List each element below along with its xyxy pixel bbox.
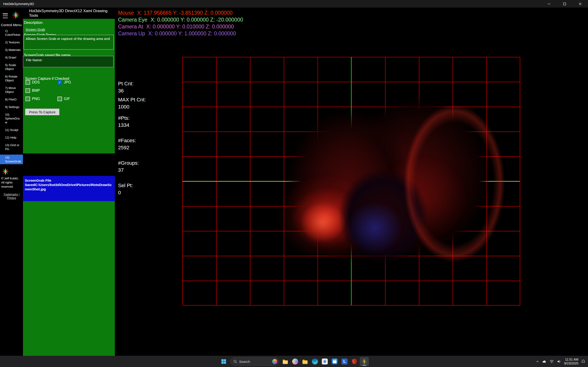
checkbox-box[interactable] — [26, 88, 30, 93]
clock-time: 11:51 AM — [564, 358, 578, 361]
sidebar-item-rotate-object[interactable]: 6) Rotate Object — [0, 75, 23, 82]
viewport-grid — [182, 57, 520, 306]
control-menu-label: Control Menu — [1, 23, 22, 27]
sidebar-item-help[interactable]: 12) Help — [0, 135, 23, 140]
stat-value: 1000 — [118, 103, 146, 110]
chevron-up-icon[interactable] — [536, 360, 539, 363]
sidebar-item-screengrab[interactable]: 14) ScreenGrab — [0, 155, 23, 164]
panel-header-title: Hot3dxSymmetry3D DirectX12 Xaml Drawing … — [23, 8, 115, 19]
start-button[interactable] — [219, 357, 228, 366]
grid-highlight-segment — [418, 107, 419, 120]
sidebar-item-spheredraw[interactable]: 10) SphereDraw — [0, 113, 23, 124]
privacy-link[interactable]: Privacy — [7, 196, 16, 200]
tool-panel: Hot3dxSymmetry3D DirectX12 Xaml Drawing … — [23, 8, 115, 356]
checkbox-box[interactable] — [26, 97, 30, 101]
panel-green-filler — [23, 201, 115, 356]
footer-links: Trademarks | Privacy — [0, 193, 23, 200]
sidebar-item-sculpt[interactable]: 11) Sculpt — [0, 128, 23, 132]
checkbox-label: JPG — [64, 80, 71, 84]
checkbox-box[interactable] — [26, 80, 30, 85]
security-shield-icon[interactable] — [350, 357, 359, 366]
stat-label: Pt Cnt: — [118, 80, 146, 87]
folder-icon[interactable] — [300, 357, 310, 366]
photos-app-icon[interactable] — [320, 357, 329, 366]
taskbar: Search L — [0, 356, 588, 367]
file-name-input[interactable]: File Name: — [23, 56, 113, 67]
taskbar-center: Search L — [219, 356, 369, 367]
readout-camera-eye: Camera EyeX: 0.000000 Y: 0.000000 Z: -20… — [118, 16, 243, 23]
sidebar-item-materials[interactable]: 3) Materials — [0, 48, 23, 52]
checkbox-label: DDS — [32, 80, 40, 84]
sidebar-item-fileio[interactable]: 8) FileIO — [0, 98, 23, 101]
checkbox-box[interactable] — [57, 97, 62, 101]
sidebar-item-textures[interactable]: 2) Textures — [0, 40, 23, 44]
taskbar-clock[interactable]: 11:51 AM 9/23/2025 — [564, 358, 578, 365]
windows-logo-icon — [221, 359, 226, 364]
hot3dx-app-icon[interactable] — [360, 357, 369, 366]
screengrab-status-text: ScreenGrab File SavedC:\Users\hot3d\OneD… — [23, 176, 115, 201]
press-to-capture-button[interactable]: Press To Capture — [25, 108, 60, 115]
readout-label: Camera Up — [118, 31, 145, 36]
model-stats: Pt Cnt:36MAX Pt Cnt:1000#Pts:1334#Faces:… — [118, 80, 146, 204]
search-highlights-icon — [272, 359, 277, 364]
stat-value: 36 — [118, 87, 146, 94]
app-logo-icon — [11, 11, 20, 20]
checkbox-checked-icon[interactable]: ✓ — [57, 80, 62, 85]
readout-values: X: 0.000000 Y: 0.000000 Z: -20.000000 — [151, 17, 243, 23]
l-app-icon[interactable]: L — [340, 357, 349, 366]
sidebar-item-settings[interactable]: 9) Settings — [0, 105, 23, 109]
description-label: Description: — [24, 21, 43, 25]
checkbox-dds[interactable]: DDS — [26, 80, 57, 85]
hamburger-menu-icon[interactable] — [3, 14, 8, 18]
wifi-icon[interactable] — [549, 360, 554, 363]
search-placeholder: Search — [239, 360, 250, 364]
links-separator: | — [19, 193, 19, 196]
stat-value: 1334 — [118, 122, 146, 129]
checkbox-bmp[interactable]: BMP — [26, 88, 57, 93]
trademarks-link[interactable]: Trademarks — [3, 193, 18, 196]
volume-icon[interactable] — [557, 360, 561, 363]
checkbox-png[interactable]: PNG — [26, 97, 57, 101]
titlebar: Hot3dxSymmetry3D — [0, 0, 588, 8]
notification-bell-icon[interactable] — [581, 359, 585, 364]
store-icon[interactable] — [330, 357, 339, 366]
taskbar-search-box[interactable]: Search — [230, 357, 279, 366]
stat-value: 2592 — [118, 144, 146, 151]
file-explorer-icon[interactable] — [281, 357, 290, 366]
sidebar-item-draw[interactable]: 4) Draw! — [0, 56, 23, 59]
topics-textbox[interactable]: Allows Screen Grab or capture of the dra… — [24, 35, 114, 50]
drawing-viewport[interactable]: MouseX: 137.956665 Y: -3.851390 Z: 0.000… — [115, 8, 588, 356]
sidebar-item-colorpicker[interactable]: 1) ColorPicker — [0, 29, 23, 37]
edge-icon[interactable] — [310, 357, 320, 366]
sidebar-item-move-object[interactable]: 7) Move Object — [0, 86, 23, 94]
maximize-button[interactable] — [557, 0, 572, 8]
checkbox-gif[interactable]: GIF — [57, 97, 90, 101]
sidebar-item-scale-object[interactable]: 5) Scale Object — [0, 63, 23, 71]
minimize-button[interactable] — [541, 0, 557, 8]
stat-label: #Groups: — [118, 159, 146, 167]
app-window: Hot3dxSymmetry3D Control Menu — [0, 0, 588, 367]
x-axis-line — [182, 181, 520, 182]
screen-grab-link[interactable]: Screen Grab — [26, 27, 45, 31]
maximize-icon — [563, 2, 566, 6]
stat-max-pt-cnt: MAX Pt Cnt:1000 — [118, 96, 146, 110]
stat-label: #Faces: — [118, 137, 146, 144]
checkbox-spacer — [57, 88, 90, 93]
stat-sel-pt: Sel Pt:0 — [118, 182, 146, 196]
checkbox-jpg[interactable]: ✓JPG — [57, 80, 90, 85]
readout-mouse: MouseX: 137.956665 Y: -3.851390 Z: 0.000… — [118, 9, 243, 16]
sidebar-item-grid-or-pic[interactable]: 13) Grid or Pic — [0, 143, 23, 151]
stat-faces: #Faces:2592 — [118, 137, 146, 151]
sidebar-menu: 1) ColorPicker2) Textures3) Materials4) … — [0, 29, 23, 168]
stat-value: 37 — [118, 167, 146, 174]
stat-label: MAX Pt Cnt: — [118, 96, 146, 103]
readout-label: Camera At — [118, 24, 143, 30]
stat-label: Sel Pt: — [118, 182, 146, 189]
close-button[interactable] — [572, 0, 588, 8]
copilot-icon[interactable] — [291, 357, 300, 366]
file-name-label: File Name: — [26, 58, 111, 62]
cloud-icon[interactable] — [542, 360, 547, 363]
window-controls — [541, 0, 588, 8]
window-title: Hot3dxSymmetry3D — [3, 2, 34, 6]
stat-value: 0 — [118, 189, 146, 196]
